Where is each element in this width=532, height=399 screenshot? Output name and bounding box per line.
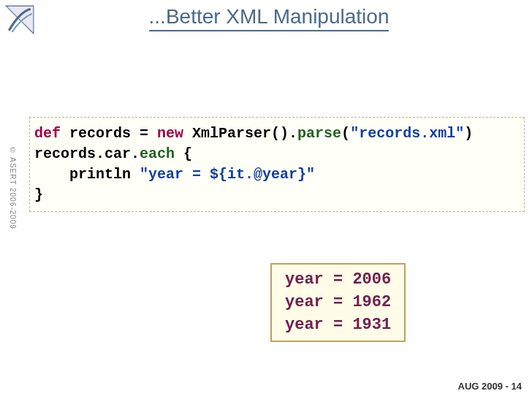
output-line: year = 2006: [285, 270, 391, 289]
code-text: }: [34, 186, 43, 203]
output-line: year = 1962: [285, 293, 391, 311]
title-wrap: ...Better XML Manipulation: [6, 5, 532, 31]
code-text: records.car.: [34, 145, 140, 162]
slide-footer: AUG 2009 - 14: [458, 381, 522, 392]
output-block: year = 2006 year = 1962 year = 1931: [270, 263, 406, 342]
copyright-text: © ASERT 2006-2009: [9, 146, 17, 229]
code-text: records =: [61, 125, 157, 142]
output-line: year = 1931: [285, 316, 391, 334]
code-block: def records = new XmlParser().parse("rec…: [29, 117, 525, 212]
code-text: ): [464, 125, 473, 142]
code-text: XmlParser().: [183, 125, 297, 142]
code-string: "records.xml": [350, 125, 464, 142]
code-method: each: [140, 145, 175, 162]
code-text: {: [175, 145, 192, 162]
code-keyword: def: [34, 125, 61, 142]
code-string: "year = ${it.@year}": [140, 166, 315, 183]
slide-title: ...Better XML Manipulation: [149, 5, 390, 31]
slide-header: ...Better XML Manipulation: [0, 0, 532, 37]
code-text: println: [34, 166, 140, 183]
code-method: parse: [297, 125, 341, 142]
code-keyword: new: [157, 125, 183, 142]
code-text: (: [341, 125, 350, 142]
